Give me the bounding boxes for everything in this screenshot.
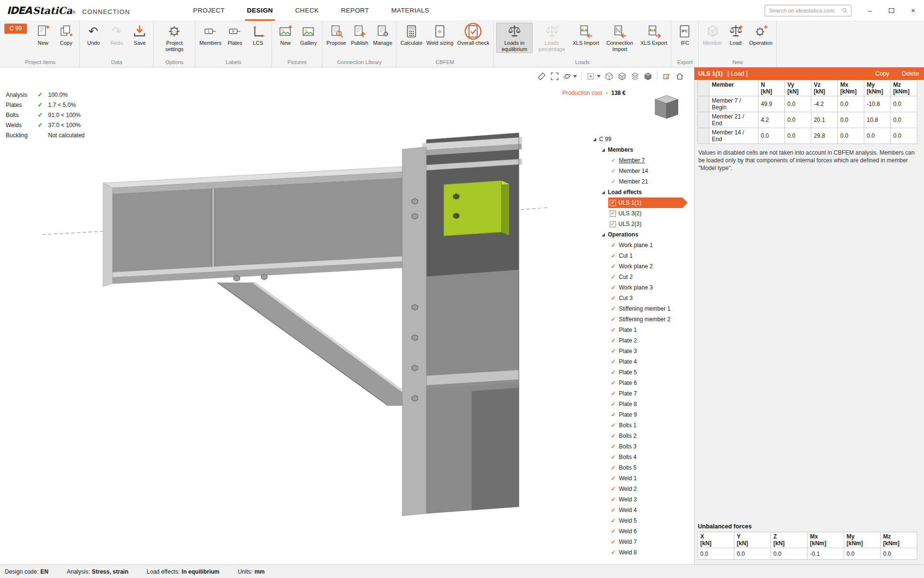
bolt-icon[interactable] [412, 335, 418, 341]
force-value-cell[interactable]: 0.0 [785, 128, 811, 144]
force-value-cell[interactable]: -10.8 [864, 96, 891, 112]
force-value-cell[interactable]: 0.0 [758, 128, 785, 144]
search-icon[interactable] [841, 7, 848, 14]
viewport-orbit-button[interactable] [562, 70, 578, 82]
ribbon-button-ifc[interactable]: IFCIFC [674, 23, 696, 47]
tree-item-plate-2[interactable]: ✓Plate 2 [608, 335, 682, 346]
viewport-measure-button[interactable] [536, 70, 547, 82]
tree-item-weld-1[interactable]: ✓Weld 1 [608, 473, 682, 484]
unbalanced-value-cell[interactable]: -0.1 [808, 548, 844, 560]
ribbon-button-load[interactable]: Load [725, 23, 747, 47]
force-value-cell[interactable]: 0.0 [785, 96, 811, 112]
checkbox-icon[interactable]: ✓ [610, 200, 616, 206]
bolt-icon[interactable] [261, 274, 267, 280]
tree-item-plate-4[interactable]: ✓Plate 4 [608, 356, 682, 367]
view-cube[interactable] [651, 92, 682, 123]
force-value-cell[interactable]: -4.2 [811, 96, 838, 112]
row-selector[interactable] [698, 128, 709, 144]
tree-group-members[interactable]: Members [602, 144, 692, 155]
tree-item-stiffening-member-1[interactable]: ✓Stiffening member 1 [608, 303, 682, 314]
viewport-layers-button[interactable] [629, 70, 641, 82]
force-value-cell[interactable]: 0.0 [785, 112, 811, 128]
tree-item-bolts-3[interactable]: ✓Bolts 3 [608, 441, 682, 452]
row-selector[interactable] [698, 96, 709, 112]
tree-item-work-plane-2[interactable]: ✓Work plane 2 [608, 261, 682, 272]
force-value-cell[interactable]: 4.2 [758, 112, 785, 128]
copy-button[interactable]: Copy [875, 70, 889, 77]
tree-item-member-14[interactable]: ✓Member 14 [608, 166, 682, 176]
ribbon-button-project-settings[interactable]: </>Project settings [156, 23, 192, 53]
tree-item-plate-5[interactable]: ✓Plate 5 [608, 367, 682, 378]
force-value-cell[interactable]: 0.0 [891, 96, 917, 112]
tree-item-weld-6[interactable]: ✓Weld 6 [608, 526, 682, 537]
project-item-chip[interactable]: C 99 [4, 24, 27, 34]
tree-item-plate-1[interactable]: ✓Plate 1 [608, 325, 682, 335]
tree-item-bolts-4[interactable]: ✓Bolts 4 [608, 452, 682, 462]
tree-item-uls-3-2[interactable]: ✓ULS 3(2) [608, 208, 682, 219]
tree-item-plate-6[interactable]: ✓Plate 6 [608, 378, 682, 388]
maximize-button[interactable] [881, 0, 902, 21]
dropdown-chevron-icon[interactable] [573, 75, 577, 78]
ribbon-button-calculate[interactable]: Calculate [399, 23, 424, 47]
tree-item-plate-7[interactable]: ✓Plate 7 [608, 388, 682, 399]
ribbon-button-new[interactable]: New [32, 23, 54, 47]
bolt-icon[interactable] [453, 213, 459, 219]
close-button[interactable]: × [902, 0, 924, 21]
bolt-icon[interactable] [453, 194, 459, 199]
force-value-cell[interactable]: 10.8 [864, 112, 891, 128]
checkbox-icon[interactable]: ✓ [610, 221, 616, 227]
tree-group-load-effects[interactable]: Load effects [602, 187, 692, 197]
tree-item-uls-1-1[interactable]: ✓ULS 1(1) [608, 197, 682, 208]
search-box[interactable] [765, 5, 851, 16]
ribbon-button-gallery[interactable]: Gallery [297, 23, 320, 47]
viewport-section-plane-button[interactable] [661, 70, 672, 82]
selected-plate-green[interactable] [444, 181, 501, 236]
ribbon-button-publish[interactable]: Publish [348, 23, 371, 47]
ribbon-button-weld-sizing[interactable]: ÷Weld sizing [425, 23, 455, 47]
tab-check[interactable]: CHECK [293, 0, 321, 21]
viewport-clip-box-button[interactable] [585, 70, 602, 82]
tab-materials[interactable]: MATERIALS [389, 0, 431, 21]
ribbon-button-operation[interactable]: Operation [748, 23, 774, 47]
ribbon-button-loads-in-equilibrium[interactable]: Loads in equilibrium [496, 23, 533, 53]
expander-icon[interactable] [602, 191, 605, 194]
bolt-icon[interactable] [412, 365, 418, 371]
force-value-cell[interactable]: 0.0 [864, 128, 891, 144]
ribbon-button-overall-check[interactable]: Overall check [456, 23, 491, 47]
ribbon-button-xls-export[interactable]: XLSXLS Export [639, 23, 669, 47]
ribbon-button-connection-import[interactable]: Connection Import [602, 23, 638, 53]
ribbon-button-xls-import[interactable]: XLSXLS Import [571, 23, 601, 47]
tree-item-weld-3[interactable]: ✓Weld 3 [608, 494, 682, 505]
dropdown-chevron-icon[interactable] [597, 75, 601, 78]
bolt-icon[interactable] [234, 276, 240, 281]
expander-icon[interactable] [593, 138, 596, 141]
tree-item-weld-7[interactable]: ✓Weld 7 [608, 537, 682, 547]
force-value-cell[interactable]: 20.1 [811, 112, 838, 128]
unbalanced-value-cell[interactable]: 0.0 [734, 548, 771, 560]
tree-item-plate-9[interactable]: ✓Plate 9 [608, 409, 682, 420]
search-input[interactable] [769, 8, 841, 13]
tree-root[interactable]: C 99 [593, 134, 692, 144]
ribbon-button-manage[interactable]: Manage [372, 23, 394, 47]
tree-item-cut-2[interactable]: ✓Cut 2 [608, 272, 682, 282]
bolt-icon[interactable] [412, 395, 418, 401]
tree-item-bolts-2[interactable]: ✓Bolts 2 [608, 431, 682, 441]
tree-item-bolts-5[interactable]: ✓Bolts 5 [608, 462, 682, 473]
ribbon-button-plates[interactable]: PPlates [224, 23, 246, 47]
tab-design[interactable]: DESIGN [245, 0, 275, 21]
ribbon-button-undo[interactable]: ↶Undo [82, 23, 104, 47]
steel-connection-model[interactable] [0, 67, 694, 565]
force-value-cell[interactable]: 29.8 [811, 128, 838, 144]
diagonal-stiffener[interactable] [218, 283, 423, 406]
bolt-icon[interactable] [412, 198, 418, 204]
tree-item-weld-2[interactable]: ✓Weld 2 [608, 484, 682, 494]
tree-item-member-7[interactable]: ✓Member 7 [608, 155, 682, 166]
force-value-cell[interactable]: 0.0 [838, 112, 864, 128]
tree-item-cut-1[interactable]: ✓Cut 1 [608, 250, 682, 261]
tree-item-plate-8[interactable]: ✓Plate 8 [608, 399, 682, 409]
tree-item-stiffening-member-2[interactable]: ✓Stiffening member 2 [608, 314, 682, 325]
force-value-cell[interactable]: 0.0 [891, 128, 917, 144]
ribbon-button-lcs[interactable]: LCS [247, 23, 269, 47]
tree-item-weld-5[interactable]: ✓Weld 5 [608, 515, 682, 526]
tree-item-weld-8[interactable]: ✓Weld 8 [608, 547, 682, 558]
